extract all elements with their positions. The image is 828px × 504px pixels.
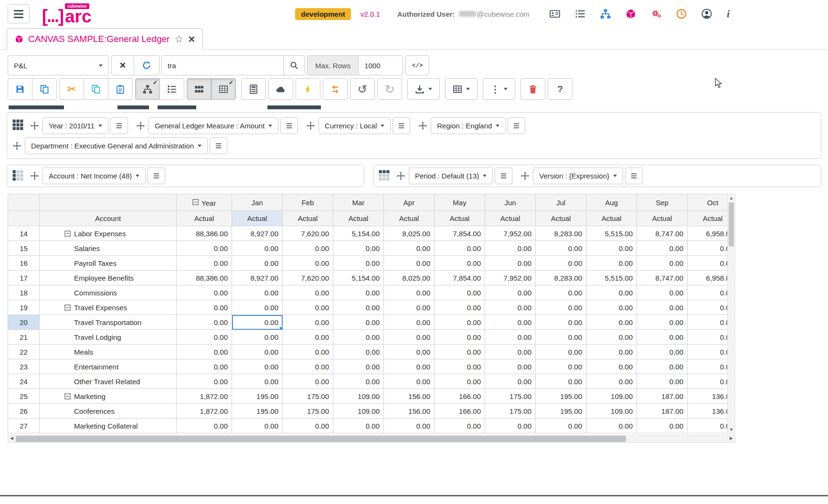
value-cell[interactable]: 0.00 [384, 285, 435, 300]
value-cell[interactable]: 0.00 [333, 345, 384, 359]
value-cell[interactable]: 5,515.00 [586, 226, 637, 241]
value-cell[interactable]: 0.00 [586, 419, 637, 433]
value-cell[interactable]: 0.00 [232, 359, 283, 374]
paste-button[interactable] [108, 78, 133, 100]
value-cell[interactable]: 0.00 [637, 345, 688, 359]
value-cell[interactable]: 0.00 [384, 345, 435, 359]
value-cell[interactable]: 136.00 [688, 404, 728, 419]
value-cell[interactable]: 7,854.00 [435, 226, 485, 241]
code-view-button[interactable]: </> [405, 55, 429, 75]
close-tab-icon[interactable]: × [188, 33, 195, 45]
value-cell[interactable]: 109.00 [333, 389, 384, 404]
arc-logo[interactable]: [...] cubewise arc [42, 3, 92, 24]
measure-header[interactable]: Actual [177, 211, 232, 226]
value-cell[interactable]: 7,620.00 [283, 226, 333, 241]
year-total-cell[interactable]: 0.00 [177, 285, 232, 300]
measure-header[interactable]: Actual [536, 211, 586, 226]
value-cell[interactable]: 0.00 [688, 285, 728, 300]
measure-header[interactable]: Actual [333, 211, 384, 226]
subset-list-button[interactable] [210, 137, 227, 154]
value-cell[interactable]: 0.00 [688, 345, 728, 359]
value-cell[interactable]: 195.00 [232, 404, 283, 419]
year-total-cell[interactable]: 0.00 [177, 300, 232, 315]
value-cell[interactable]: 0.00 [435, 285, 485, 300]
value-cell[interactable]: 5,154.00 [333, 226, 384, 241]
month-column-header[interactable]: Apr [384, 194, 435, 211]
account-cell[interactable]: Travel Lodging [40, 330, 177, 345]
clear-button[interactable]: × [111, 55, 134, 75]
value-cell[interactable]: 195.00 [232, 389, 283, 404]
value-cell[interactable]: 195.00 [536, 404, 586, 419]
value-cell[interactable]: 136.00 [688, 389, 728, 404]
value-cell[interactable]: 0.00 [637, 285, 688, 300]
value-cell[interactable]: 109.00 [333, 404, 384, 419]
vertical-scroll-thumb[interactable] [729, 202, 734, 246]
value-cell[interactable]: 0.00 [586, 285, 637, 300]
swap-axes-button[interactable] [323, 78, 348, 100]
value-cell[interactable]: 0.00 [384, 419, 435, 433]
value-cell[interactable]: 0.00 [536, 256, 586, 271]
month-column-header[interactable]: Feb [283, 194, 333, 211]
cut-button[interactable]: ✂ [59, 78, 84, 100]
value-cell[interactable]: 0.00 [384, 241, 435, 256]
year-column-header[interactable]: Year [177, 194, 232, 211]
value-cell[interactable]: 0.00 [384, 374, 435, 389]
info-button[interactable]: i [727, 9, 730, 19]
dimension-dropdown[interactable]: General Ledger Measure : Amount [149, 117, 278, 134]
value-cell[interactable]: 0.00 [688, 315, 728, 330]
row-number[interactable]: 21 [8, 330, 40, 345]
year-total-cell[interactable]: 88,386.00 [177, 271, 232, 285]
value-cell[interactable]: 0.00 [485, 285, 536, 300]
subset-list-button[interactable] [148, 168, 165, 184]
move-handle[interactable] [419, 122, 427, 130]
value-cell[interactable]: 0.00 [435, 256, 485, 271]
clock-button[interactable] [676, 9, 687, 19]
value-cell[interactable]: 0.00 [637, 359, 688, 374]
value-cell[interactable]: 0.00 [435, 241, 485, 256]
max-rows-input[interactable] [358, 55, 403, 75]
table-options-button[interactable] [445, 78, 478, 100]
value-cell[interactable]: 0.00 [586, 330, 637, 345]
delete-button[interactable] [520, 78, 545, 100]
value-cell[interactable]: 0.00 [435, 330, 485, 345]
year-total-cell[interactable]: 0.00 [177, 359, 232, 374]
value-cell[interactable]: 0.00 [688, 330, 728, 345]
value-cell[interactable]: 8,927.00 [232, 226, 283, 241]
gears-button[interactable] [651, 9, 661, 19]
subset-list-button[interactable] [110, 117, 128, 134]
measure-header[interactable]: Actual [485, 211, 536, 226]
year-total-cell[interactable]: 0.00 [177, 330, 232, 345]
value-cell[interactable]: 0.00 [637, 419, 688, 433]
value-cell[interactable]: 0.00 [435, 315, 485, 330]
value-cell[interactable]: 0.00 [485, 359, 536, 374]
account-cell[interactable]: Commissions [40, 285, 177, 300]
hierarchy-toggle-button[interactable]: ✓ [135, 78, 160, 100]
value-cell[interactable]: 5,154.00 [333, 271, 384, 285]
value-cell[interactable]: 8,025.00 [384, 271, 435, 285]
sheet-tab-partial[interactable] [117, 105, 149, 109]
list-view-button[interactable] [159, 78, 184, 100]
month-column-header[interactable]: Jul [536, 194, 586, 211]
measure-header[interactable]: Actual [232, 211, 283, 226]
value-cell[interactable]: 0.00 [435, 419, 485, 433]
move-handle[interactable] [31, 122, 39, 130]
horizontal-scroll-thumb[interactable] [16, 436, 626, 442]
row-number[interactable]: 16 [8, 256, 40, 271]
row-number[interactable]: 14 [8, 226, 40, 241]
collapse-icon[interactable] [64, 231, 71, 237]
value-cell[interactable]: 0.00 [586, 241, 637, 256]
value-cell[interactable]: 0.00 [232, 419, 283, 433]
year-total-cell[interactable]: 1,872.00 [177, 404, 232, 419]
account-cell[interactable]: Travel Transportation [40, 315, 177, 330]
value-cell[interactable]: 166.00 [435, 389, 485, 404]
sheet-tab-partial[interactable] [267, 105, 321, 109]
copy-button[interactable] [32, 78, 57, 100]
grid-toggle-button[interactable]: ✓ [211, 78, 236, 100]
value-cell[interactable]: 0.00 [485, 315, 536, 330]
value-cell[interactable]: 175.00 [283, 404, 333, 419]
value-cell[interactable]: 0.00 [283, 345, 333, 359]
value-cell[interactable]: 0.00 [688, 256, 728, 271]
year-total-cell[interactable]: 1,872.00 [177, 389, 232, 404]
scroll-up-icon[interactable]: ▲ [728, 196, 735, 200]
subset-list-button[interactable] [393, 117, 410, 134]
